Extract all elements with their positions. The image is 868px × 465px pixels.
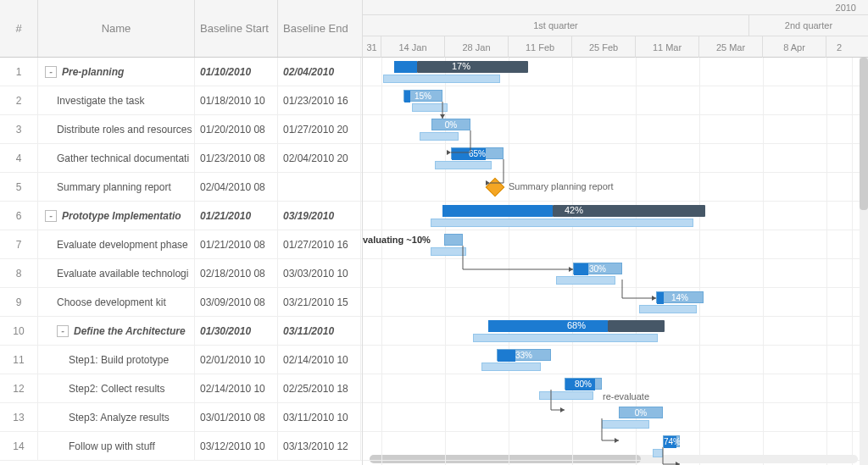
baseline-end-cell[interactable]: 02/14/2010 10 [278, 346, 361, 374]
date-column-header[interactable]: 28 Jan [445, 36, 509, 58]
table-row[interactable]: 4Gather technical documentati01/23/2010 … [0, 144, 362, 173]
task-bar[interactable]: 14% [656, 291, 704, 303]
task-bar[interactable]: 0% [431, 119, 470, 130]
baseline-start-cell[interactable]: 01/18/2010 10 [195, 86, 278, 114]
baseline-bar[interactable] [431, 247, 466, 256]
collapse-icon[interactable]: - [45, 210, 57, 222]
baseline-end-cell[interactable]: 01/27/2010 20 [278, 115, 361, 143]
baseline-bar[interactable] [481, 363, 541, 371]
baseline-end-cell[interactable]: 03/11/2010 10 [278, 403, 361, 431]
baseline-bar[interactable] [539, 391, 593, 400]
baseline-start-cell[interactable]: 01/30/2010 [195, 317, 278, 345]
table-row[interactable]: 6-Prototype Implementatio01/21/201003/19… [0, 202, 362, 230]
baseline-end-cell[interactable]: 03/13/2010 12 [278, 432, 361, 460]
table-row[interactable]: 14Follow up with stuff03/12/2010 1003/13… [0, 432, 362, 461]
baseline-bar[interactable] [639, 305, 697, 313]
baseline-end-cell[interactable]: 03/03/2010 10 [278, 259, 361, 287]
col-header-baseline-start[interactable]: Baseline Start [195, 0, 278, 57]
task-name-cell[interactable]: Step2: Collect results [38, 374, 195, 402]
table-row[interactable]: 13Step3: Analyze results03/01/2010 0803/… [0, 403, 362, 432]
task-bar[interactable] [444, 234, 463, 246]
task-name-cell[interactable]: Choose development kit [38, 288, 195, 316]
task-bar[interactable]: 74% [663, 435, 680, 447]
summary-bar[interactable] [417, 61, 528, 73]
baseline-bar[interactable] [556, 276, 615, 285]
baseline-end-cell[interactable]: 03/19/2010 [278, 202, 361, 230]
task-name-cell[interactable]: Distribute roles and resources [38, 115, 195, 143]
table-row[interactable]: 12Step2: Collect results02/14/2010 1002/… [0, 374, 362, 403]
baseline-bar[interactable] [420, 132, 459, 141]
task-bar[interactable]: 30% [573, 263, 622, 274]
baseline-bar[interactable] [653, 449, 663, 457]
baseline-start-cell[interactable]: 01/21/2010 08 [195, 230, 278, 258]
task-name-cell[interactable]: Gather technical documentati [38, 144, 195, 172]
table-row[interactable]: 2Investigate the task01/18/2010 1001/23/… [0, 86, 362, 115]
date-column-header[interactable]: 25 Feb [572, 36, 636, 58]
table-row[interactable]: 5Summary planning report02/04/2010 08 [0, 173, 362, 202]
date-column-header[interactable]: 25 Mar [699, 36, 763, 58]
task-name-cell[interactable]: Follow up with stuff [38, 432, 195, 460]
baseline-start-cell[interactable]: 01/10/2010 [195, 58, 278, 86]
date-column-header[interactable]: 2 [826, 36, 852, 58]
task-name-cell[interactable]: -Prototype Implementatio [38, 202, 195, 230]
table-row[interactable]: 8Evaluate available technologi02/18/2010… [0, 259, 362, 288]
baseline-end-cell[interactable]: 03/11/2010 [278, 317, 361, 345]
baseline-start-cell[interactable]: 02/01/2010 10 [195, 346, 278, 374]
baseline-end-cell[interactable]: 01/23/2010 16 [278, 86, 361, 114]
task-bar[interactable]: 80% [565, 378, 602, 390]
vertical-scroll-thumb[interactable] [860, 58, 868, 210]
task-name-cell[interactable]: -Define the Architecture [38, 317, 195, 345]
baseline-end-cell[interactable]: 01/27/2010 16 [278, 230, 361, 258]
gantt-chart[interactable]: 17%42%68%15%0%65%30%14%33%80%0%74%Summar… [363, 58, 868, 465]
baseline-bar[interactable] [383, 75, 500, 83]
table-row[interactable]: 7Evaluate development phase01/21/2010 08… [0, 230, 362, 259]
table-row[interactable]: 3Distribute roles and resources01/20/201… [0, 115, 362, 144]
task-name-cell[interactable]: Step1: Build prototype [38, 346, 195, 374]
task-name-cell[interactable]: Summary planning report [38, 173, 195, 201]
baseline-end-cell[interactable]: 03/21/2010 15 [278, 288, 361, 316]
baseline-bar[interactable] [473, 334, 658, 342]
task-name-cell[interactable]: Step3: Analyze results [38, 403, 195, 431]
baseline-start-cell[interactable]: 03/12/2010 10 [195, 432, 278, 460]
col-header-baseline-end[interactable]: Baseline End [278, 0, 361, 57]
baseline-start-cell[interactable]: 03/09/2010 08 [195, 288, 278, 316]
task-name-cell[interactable]: -Pre-planning [38, 58, 195, 86]
date-column-header[interactable]: 11 Feb [509, 36, 572, 58]
baseline-start-cell[interactable]: 01/23/2010 08 [195, 144, 278, 172]
baseline-start-cell[interactable]: 02/14/2010 10 [195, 374, 278, 402]
baseline-end-cell[interactable]: 02/04/2010 20 [278, 144, 361, 172]
collapse-icon[interactable]: - [57, 325, 69, 337]
task-name-cell[interactable]: Investigate the task [38, 86, 195, 114]
col-header-number[interactable]: # [0, 0, 38, 57]
baseline-start-cell[interactable]: 01/21/2010 [195, 202, 278, 230]
baseline-bar[interactable] [431, 219, 693, 227]
task-name-cell[interactable]: Evaluate development phase [38, 230, 195, 258]
table-row[interactable]: 1-Pre-planning01/10/201002/04/2010 [0, 58, 362, 86]
summary-bar[interactable] [553, 205, 705, 217]
task-bar[interactable]: 15% [403, 90, 442, 102]
summary-bar[interactable] [608, 320, 665, 332]
baseline-end-cell[interactable]: 02/25/2010 18 [278, 374, 361, 402]
col-header-name[interactable]: Name [38, 0, 195, 57]
vertical-scrollbar[interactable] [860, 58, 868, 465]
collapse-icon[interactable]: - [45, 66, 57, 78]
baseline-start-cell[interactable]: 01/20/2010 08 [195, 115, 278, 143]
quarter-1[interactable]: 1st quarter [363, 15, 749, 36]
baseline-start-cell[interactable]: 03/01/2010 08 [195, 403, 278, 431]
task-bar[interactable]: 65% [451, 147, 504, 159]
table-row[interactable]: 9Choose development kit03/09/2010 0803/2… [0, 288, 362, 317]
baseline-start-cell[interactable]: 02/18/2010 08 [195, 259, 278, 287]
date-column-header[interactable]: 11 Mar [636, 36, 699, 58]
task-name-cell[interactable]: Evaluate available technologi [38, 259, 195, 287]
baseline-bar[interactable] [412, 103, 448, 112]
baseline-end-cell[interactable]: 02/04/2010 [278, 58, 361, 86]
date-column-header[interactable]: 8 Apr [763, 36, 826, 58]
task-bar[interactable]: 0% [619, 407, 663, 418]
baseline-bar[interactable] [435, 161, 492, 169]
table-row[interactable]: 10-Define the Architecture01/30/201003/1… [0, 317, 362, 346]
table-row[interactable]: 11Step1: Build prototype02/01/2010 1002/… [0, 346, 362, 374]
quarter-2[interactable]: 2nd quarter [749, 15, 868, 36]
baseline-end-cell[interactable] [278, 173, 361, 201]
baseline-bar[interactable] [602, 420, 649, 429]
task-bar[interactable]: 33% [497, 349, 551, 361]
